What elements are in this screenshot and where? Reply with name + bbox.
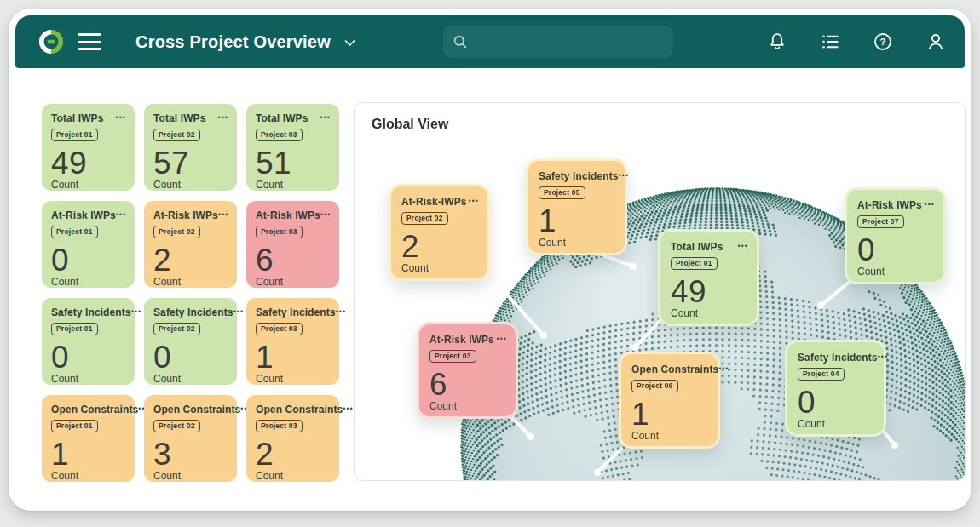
card-menu-button[interactable]: ••• [738, 241, 748, 251]
project-badge: Project 01 [671, 257, 718, 270]
metric-unit-label: Count [153, 276, 228, 288]
project-switcher[interactable]: Cross Project Overview [135, 32, 357, 52]
metric-value: 1 [539, 205, 616, 237]
metric-value: 0 [857, 234, 935, 266]
project-badge: Project 01 [51, 323, 98, 335]
metric-value: 1 [256, 341, 331, 373]
global-view-title: Global View [372, 117, 448, 132]
metric-card[interactable]: At-Risk IWPs•••Project 070Count [845, 187, 946, 284]
metric-card-grid: Total IWPs•••Project 0149CountTotal IWPs… [42, 104, 339, 482]
metric-card-title: At-Risk IWPs [153, 209, 218, 221]
metric-card[interactable]: Safety Incidents•••Project 010Count [42, 298, 135, 385]
metric-unit-label: Count [256, 276, 331, 288]
card-menu-button[interactable]: ••• [718, 364, 729, 374]
metric-value: 51 [256, 147, 331, 179]
card-menu-button[interactable]: ••• [218, 112, 228, 123]
svg-text:?: ? [879, 37, 885, 47]
help-icon[interactable]: ? [873, 32, 893, 52]
card-menu-button[interactable]: ••• [336, 306, 346, 317]
account-icon[interactable] [925, 32, 946, 52]
metric-card[interactable]: Open Constraints•••Project 011Count [42, 395, 135, 482]
card-menu-button[interactable]: ••• [497, 334, 507, 344]
card-menu-button[interactable]: ••• [233, 306, 244, 317]
metric-unit-label: Count [429, 400, 507, 412]
metric-card[interactable]: At-Risk-IWPs•••Project 022Count [389, 184, 490, 281]
project-badge: Project 01 [51, 129, 98, 141]
app-header: Cross Project Overview [15, 15, 965, 68]
metric-value: 2 [401, 231, 479, 262]
card-menu-button[interactable]: ••• [343, 404, 353, 414]
project-badge: Project 02 [153, 129, 200, 141]
metric-card[interactable]: Total IWPs•••Project 0351Count [246, 104, 339, 191]
metric-value: 0 [153, 341, 228, 373]
metric-unit-label: Count [256, 179, 331, 191]
card-menu-button[interactable]: ••• [320, 112, 331, 123]
project-badge: Project 07 [857, 215, 904, 228]
menu-icon[interactable] [78, 33, 101, 50]
metric-card[interactable]: At-Risk IWPs•••Project 036Count [417, 322, 518, 419]
metric-card-title: At-Risk IWPs [51, 209, 116, 221]
metric-card-title: Safety Incidents [256, 306, 336, 318]
project-badge: Project 02 [153, 420, 200, 432]
metric-value: 6 [256, 244, 331, 276]
card-menu-button[interactable]: ••• [878, 352, 888, 362]
search-bar[interactable] [443, 26, 673, 58]
metric-value: 1 [631, 398, 709, 430]
metric-unit-label: Count [51, 373, 126, 385]
metric-card-title: At-Risk IWPs [857, 199, 922, 211]
metric-value: 0 [798, 387, 875, 418]
metric-unit-label: Count [51, 470, 126, 482]
metric-card[interactable]: At-Risk IWPs•••Project 036Count [246, 201, 339, 288]
project-badge: Project 02 [153, 226, 200, 238]
metric-card[interactable]: Total IWPs•••Project 0257Count [144, 104, 237, 191]
card-menu-button[interactable]: ••• [218, 209, 228, 220]
metric-value: 2 [256, 438, 331, 470]
metric-card-title: Safety Incidents [539, 170, 619, 182]
metric-card[interactable]: Safety Incidents•••Project 031Count [246, 298, 339, 385]
metric-unit-label: Count [539, 237, 616, 249]
metric-card[interactable]: Open Constraints•••Project 061Count [619, 352, 720, 449]
metric-value: 0 [51, 244, 126, 276]
card-menu-button[interactable]: ••• [320, 209, 331, 220]
global-view-panel: Global View At-Risk-IWPs•••Project 022Co… [354, 102, 966, 481]
search-input[interactable] [476, 35, 665, 49]
card-menu-button[interactable]: ••• [131, 306, 141, 317]
metric-card-title: At-Risk IWPs [429, 334, 494, 346]
metric-card-title: Open Constraints [51, 404, 138, 415]
metric-card[interactable]: Open Constraints•••Project 023Count [144, 395, 237, 482]
metric-card-title: Open Constraints [153, 404, 240, 415]
metric-unit-label: Count [798, 418, 875, 430]
project-badge: Project 06 [631, 380, 678, 392]
metric-unit-label: Count [256, 373, 331, 385]
metric-card[interactable]: Safety Incidents•••Project 020Count [144, 298, 237, 385]
app-window: Cross Project Overview [9, 9, 971, 511]
metric-unit-label: Count [401, 262, 479, 274]
project-badge: Project 03 [429, 350, 476, 363]
notifications-bell-icon[interactable] [767, 32, 787, 52]
card-menu-button[interactable]: ••• [619, 170, 629, 180]
metric-card-title: Safety Incidents [798, 352, 878, 364]
metric-card[interactable]: Total IWPs•••Project 0149Count [658, 229, 759, 326]
page-title: Cross Project Overview [135, 32, 331, 52]
metric-card[interactable]: At-Risk IWPs•••Project 022Count [144, 201, 237, 288]
project-badge: Project 03 [256, 129, 303, 141]
project-badge: Project 03 [256, 226, 303, 238]
metric-value: 2 [153, 244, 228, 276]
metric-unit-label: Count [671, 307, 748, 319]
metric-card[interactable]: Safety Incidents•••Project 051Count [526, 158, 627, 255]
metric-card[interactable]: At-Risk IWPs•••Project 010Count [42, 201, 135, 288]
metric-unit-label: Count [51, 276, 126, 288]
project-badge: Project 01 [51, 226, 98, 238]
card-menu-button[interactable]: ••• [469, 196, 479, 206]
header-actions: ? [767, 15, 946, 68]
task-list-icon[interactable] [820, 32, 840, 52]
metric-card[interactable]: Total IWPs•••Project 0149Count [42, 104, 135, 191]
metric-card[interactable]: Open Constraints•••Project 032Count [246, 395, 339, 482]
metric-unit-label: Count [153, 373, 228, 385]
card-menu-button[interactable]: ••• [116, 209, 126, 220]
metric-card-title: Open Constraints [631, 364, 718, 375]
metric-value: 0 [51, 341, 126, 373]
card-menu-button[interactable]: ••• [116, 112, 126, 123]
metric-card[interactable]: Safety Incidents•••Project 040Count [785, 340, 886, 437]
card-menu-button[interactable]: ••• [925, 199, 935, 209]
